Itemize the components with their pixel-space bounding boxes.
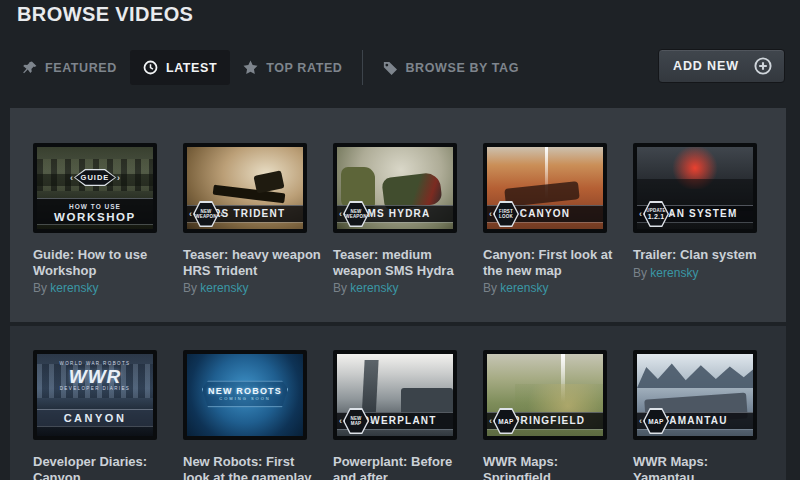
video-card: MAP SPRINGFIELD WWR Maps: Springfield: [483, 350, 633, 480]
thumbnail-badge-icon: NEWMAP: [339, 408, 373, 434]
video-card: WORLD WAR ROBOTS WWR DEVELOPER DIARIES C…: [33, 350, 183, 480]
video-title[interactable]: Powerplant: Before and after: [333, 454, 471, 480]
tab-label: LATEST: [166, 61, 217, 75]
video-card: NEWWEAPON SMS HYDRA Teaser: medium weapo…: [333, 143, 483, 295]
video-card: NEWWEAPON HRS TRIDENT Teaser: heavy weap…: [183, 143, 333, 295]
thumbnail-badge-icon: GUIDE: [70, 169, 120, 186]
author-by-label: By: [183, 281, 197, 295]
video-title[interactable]: WWR Maps: Yamantau: [633, 454, 771, 480]
video-title[interactable]: Canyon: First look at the new map: [483, 247, 621, 278]
author-by-label: By: [333, 281, 347, 295]
author-link[interactable]: kerensky: [650, 266, 698, 280]
video-title[interactable]: Guide: How to use Workshop: [33, 247, 171, 278]
author-by-label: By: [633, 266, 647, 280]
author-link[interactable]: kerensky: [500, 281, 548, 295]
star-icon: [243, 60, 258, 75]
thumbnail-badge-icon: NEWWEAPON: [189, 201, 223, 227]
thumbnail-badge-icon: NEWWEAPON: [339, 201, 373, 227]
video-thumbnail[interactable]: NEWWEAPON HRS TRIDENT: [183, 143, 307, 233]
thumbnail-logo: WORLD WAR ROBOTS WWR DEVELOPER DIARIES: [37, 361, 153, 392]
author-by-label: By: [33, 281, 47, 295]
video-thumbnail[interactable]: GUIDE HOW TO USEWORKSHOP: [33, 143, 157, 233]
author-link[interactable]: kerensky: [200, 281, 248, 295]
video-card: GUIDE HOW TO USEWORKSHOP Guide: How to u…: [33, 143, 183, 295]
tab-bar: FEATURED LATEST TOP RATED BROWSE BY TAG: [10, 50, 532, 85]
tab-top-rated[interactable]: TOP RATED: [230, 50, 355, 85]
add-new-label: ADD NEW: [673, 59, 739, 73]
pin-icon: [23, 61, 37, 75]
thumbnail-art: [253, 170, 284, 193]
video-thumbnail[interactable]: MAP SPRINGFIELD: [483, 350, 607, 440]
add-new-button[interactable]: ADD NEW: [658, 49, 785, 83]
author-by-label: By: [483, 281, 497, 295]
video-card: NEW ROBOTS COMING SOON New Robots: First…: [183, 350, 333, 480]
video-cards-row: GUIDE HOW TO USEWORKSHOP Guide: How to u…: [33, 143, 783, 295]
video-title[interactable]: Developer Diaries: Canyon: [33, 454, 171, 480]
video-author: By kerensky: [633, 266, 783, 280]
video-card: MAP YAMANTAU WWR Maps: Yamantau: [633, 350, 783, 480]
thumbnail-badge-icon: MAP: [489, 408, 523, 434]
video-row-panel: GUIDE HOW TO USEWORKSHOP Guide: How to u…: [10, 108, 786, 322]
video-card: UPDATE1.2.1 CLAN SYSTEM Trailer: Clan sy…: [633, 143, 783, 295]
tag-icon: [383, 61, 397, 75]
video-card: FIRSTLOOK CANYON Canyon: First look at t…: [483, 143, 633, 295]
video-card: NEWMAP POWERPLANT Powerplant: Before and…: [333, 350, 483, 480]
page-title: BROWSE VIDEOS: [17, 3, 193, 26]
thumbnail-badge-icon: FIRSTLOOK: [489, 201, 523, 227]
video-thumbnail[interactable]: UPDATE1.2.1 CLAN SYSTEM: [633, 143, 757, 233]
thumbnail-emblem: NEW ROBOTS COMING SOON: [202, 380, 288, 407]
video-author: By kerensky: [483, 281, 633, 295]
tab-label: FEATURED: [45, 61, 117, 75]
clock-icon: [143, 60, 158, 75]
video-author: By kerensky: [333, 281, 483, 295]
thumbnail-badge-icon: MAP: [639, 408, 673, 434]
plus-circle-icon: [739, 57, 772, 75]
video-title[interactable]: New Robots: First look at the gameplay: [183, 454, 321, 480]
video-title[interactable]: Teaser: heavy weapon HRS Trident: [183, 247, 321, 278]
video-thumbnail[interactable]: MAP YAMANTAU: [633, 350, 757, 440]
video-thumbnail[interactable]: NEW ROBOTS COMING SOON: [183, 350, 307, 440]
thumbnail-banner: HOW TO USEWORKSHOP: [37, 198, 153, 224]
tab-featured[interactable]: FEATURED: [10, 50, 130, 85]
video-cards-row: WORLD WAR ROBOTS WWR DEVELOPER DIARIES C…: [33, 350, 783, 480]
video-thumbnail[interactable]: WORLD WAR ROBOTS WWR DEVELOPER DIARIES C…: [33, 350, 157, 440]
video-author: By kerensky: [183, 281, 333, 295]
video-row-panel: WORLD WAR ROBOTS WWR DEVELOPER DIARIES C…: [10, 326, 786, 480]
video-thumbnail[interactable]: FIRSTLOOK CANYON: [483, 143, 607, 233]
author-link[interactable]: kerensky: [350, 281, 398, 295]
tab-label: BROWSE BY TAG: [405, 61, 519, 75]
thumbnail-art: [637, 358, 753, 388]
video-title[interactable]: Teaser: medium weapon SMS Hydra: [333, 247, 471, 278]
tab-divider: [362, 50, 363, 85]
video-thumbnail[interactable]: NEWWEAPON SMS HYDRA: [333, 143, 457, 233]
video-thumbnail[interactable]: NEWMAP POWERPLANT: [333, 350, 457, 440]
video-author: By kerensky: [33, 281, 183, 295]
thumbnail-badge-icon: UPDATE1.2.1: [639, 201, 673, 227]
video-title[interactable]: WWR Maps: Springfield: [483, 454, 621, 480]
tab-browse-by-tag[interactable]: BROWSE BY TAG: [370, 50, 532, 85]
video-title[interactable]: Trailer: Clan system: [633, 247, 771, 263]
author-link[interactable]: kerensky: [50, 281, 98, 295]
tab-latest[interactable]: LATEST: [130, 50, 230, 85]
thumbnail-banner: CANYON: [37, 409, 153, 426]
tab-label: TOP RATED: [266, 61, 342, 75]
